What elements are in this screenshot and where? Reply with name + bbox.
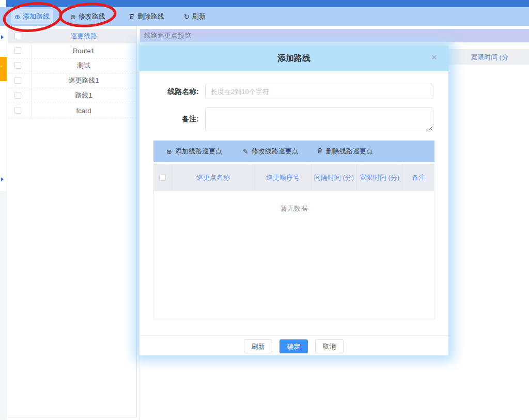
delete-point-button[interactable]: 删除线路巡更点 [317,147,373,156]
refresh-label: 刷新 [192,12,206,21]
points-table-header: 巡更点名称 巡更顺序号 间隔时间 (分) 宽限时间 (分) 备注 [153,164,434,191]
pencil-icon: ✎ [243,148,248,155]
close-icon[interactable]: × [431,52,437,62]
route-name: fcard [31,107,136,115]
dialog-header: 添加路线 × [139,45,448,71]
dialog-title: 添加路线 [277,53,310,64]
route-list-title: 巡更线路 [31,32,136,41]
side-strip-lower [0,191,7,420]
edit-route-button[interactable]: ⊕ 修改路线 [67,9,109,24]
partial-column-header: 宽限时间 (分 [471,53,508,62]
route-row[interactable]: 测试 [8,58,136,73]
row-checkbox[interactable] [14,107,21,114]
edit-route-label: 修改路线 [79,12,105,21]
footer-divider [139,335,448,336]
preview-panel-title: 线路巡更点预览 [140,29,529,42]
route-row[interactable]: Route1 [8,43,136,58]
select-all-points-checkbox[interactable] [159,174,166,181]
route-name: Route1 [31,47,136,55]
remark-label: 备注: [146,115,199,124]
delete-route-button[interactable]: 删除路线 [125,9,168,24]
column-grace-time: 宽限时间 (分) [357,164,402,191]
row-checkbox[interactable] [14,47,21,54]
route-list-panel: 巡更线路 Route1 测试 巡更路线1 路线1 fcard [8,26,137,417]
route-row[interactable]: 巡更路线1 [8,73,136,88]
dialog-refresh-button[interactable]: 刷新 [244,339,272,353]
header-checkbox-cell [153,164,172,191]
circle-plus-icon: ⊕ [70,13,76,20]
expand-arrow-icon[interactable] [1,35,4,39]
collapsed-side-strip [0,26,7,420]
route-name: 路线1 [31,91,136,100]
top-title-bar [6,0,529,7]
route-name: 测试 [31,61,136,70]
delete-point-label: 删除线路巡更点 [326,147,373,156]
expand-arrow-icon[interactable] [1,177,4,181]
dialog-toolbar: ⊕ 添加线路巡更点 ✎ 修改线路巡更点 删除线路巡更点 [153,141,434,162]
add-point-button[interactable]: ⊕ 添加线路巡更点 [166,147,222,156]
refresh-icon: ↻ [184,13,190,20]
route-list-header: 巡更线路 [8,29,136,43]
route-name: 巡更路线1 [31,76,136,85]
column-interval: 间隔时间 (分) [312,164,357,191]
orange-tab-marker[interactable] [0,57,7,81]
marker-dot [1,66,2,67]
column-point-name: 巡更点名称 [172,164,255,191]
delete-route-label: 删除路线 [137,12,164,21]
route-row[interactable]: fcard [8,103,136,118]
trash-icon [317,147,323,155]
remark-textarea[interactable] [205,107,433,131]
edit-point-label: 修改线路巡更点 [252,147,299,156]
circle-plus-icon: ⊕ [166,148,172,155]
row-checkbox[interactable] [14,62,21,69]
column-sequence: 巡更顺序号 [255,164,312,191]
row-checkbox[interactable] [14,77,21,84]
dialog-cancel-button[interactable]: 取消 [315,339,344,353]
main-toolbar: ⊕ 添加路线 ⊕ 修改路线 删除路线 ↻ 刷新 [0,7,529,26]
add-route-button[interactable]: ⊕ 添加路线 [11,9,53,24]
add-point-label: 添加线路巡更点 [175,147,222,156]
route-name-input[interactable] [205,84,433,99]
refresh-button[interactable]: ↻ 刷新 [180,9,209,24]
dialog-confirm-button[interactable]: 确定 [279,339,308,353]
select-all-checkbox[interactable] [14,33,21,39]
column-remark: 备注 [402,164,434,191]
circle-plus-icon: ⊕ [14,13,20,20]
route-name-label: 线路名称: [146,87,199,97]
app-window: ⊕ 添加路线 ⊕ 修改路线 删除路线 ↻ 刷新 巡更线路 Route1 [0,0,529,420]
row-checkbox[interactable] [14,92,21,99]
empty-state-text: 暂无数据 [154,204,434,213]
add-route-dialog: 添加路线 × 线路名称: 备注: ⊕ 添加线路巡更点 ✎ 修改线路巡更点 删除线… [139,45,448,355]
trash-icon [129,13,135,21]
route-row[interactable]: 路线1 [8,88,136,103]
points-table-body: 暂无数据 [153,191,434,319]
edit-point-button[interactable]: ✎ 修改线路巡更点 [243,147,299,156]
add-route-label: 添加路线 [23,12,50,21]
